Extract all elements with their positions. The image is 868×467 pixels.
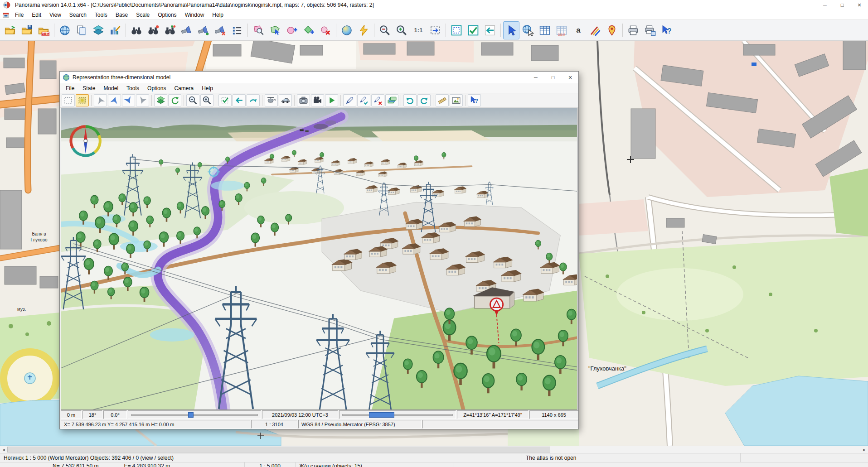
- confirm-route-icon[interactable]: [357, 94, 370, 106]
- flight-free-icon[interactable]: [94, 94, 107, 106]
- highlight-object-icon[interactable]: [179, 21, 195, 39]
- clear-selection-icon[interactable]: [317, 21, 334, 39]
- placemark-icon[interactable]: [604, 21, 620, 39]
- flight-landing-icon[interactable]: [136, 94, 149, 106]
- model-layers-icon[interactable]: [154, 94, 167, 106]
- delete-route-icon[interactable]: [371, 94, 384, 106]
- menu-view[interactable]: View: [45, 10, 65, 19]
- object-list-icon[interactable]: [229, 21, 245, 39]
- redo-icon[interactable]: [417, 94, 431, 106]
- print-icon[interactable]: [625, 21, 641, 39]
- sun-position: Z=41°13'16" A=171°17'49": [457, 410, 529, 419]
- texture-cards-icon[interactable]: [385, 94, 398, 106]
- menu-help[interactable]: Help: [208, 10, 228, 19]
- highlight-clear-icon[interactable]: [212, 21, 228, 39]
- model-minimize-button[interactable]: ─: [529, 73, 543, 82]
- map-hscrollbar[interactable]: ◄ ►: [0, 446, 868, 453]
- menu-base[interactable]: Base: [112, 10, 132, 19]
- speed-slider-thumb[interactable]: [369, 412, 394, 418]
- helicopter-view-icon[interactable]: [265, 94, 278, 106]
- dbm-folder-icon[interactable]: DBM: [35, 21, 52, 39]
- surface-area-icon[interactable]: [76, 94, 89, 106]
- object-table-icon[interactable]: [537, 21, 553, 39]
- model-close-button[interactable]: ✕: [563, 73, 577, 82]
- time-slider-thumb[interactable]: [188, 412, 194, 418]
- select-objects-icon[interactable]: [218, 94, 232, 106]
- mdi-child-icon[interactable]: [3, 12, 9, 18]
- scroll-right-icon[interactable]: ►: [861, 446, 868, 453]
- copy-map-icon[interactable]: [73, 21, 90, 39]
- scroll-left-icon[interactable]: ◄: [0, 446, 7, 453]
- find-object-icon[interactable]: [128, 21, 145, 39]
- rotate-view-icon[interactable]: [247, 94, 260, 106]
- map-styles-icon[interactable]: [587, 21, 603, 39]
- undo-icon[interactable]: [403, 94, 417, 106]
- open-map-icon[interactable]: [2, 21, 18, 39]
- menu-edit[interactable]: Edit: [28, 10, 45, 19]
- menu-tools[interactable]: Tools: [91, 10, 112, 19]
- model-viewport[interactable]: [61, 108, 577, 410]
- model-menu-model[interactable]: Model: [99, 84, 122, 93]
- select-by-contour-icon[interactable]: [267, 21, 283, 39]
- play-flight-icon[interactable]: [325, 94, 338, 106]
- measurements-icon[interactable]: [436, 94, 449, 106]
- model-menu-state[interactable]: State: [78, 84, 99, 93]
- pan-frame-icon[interactable]: [448, 21, 465, 39]
- speed-slider[interactable]: [339, 410, 456, 419]
- model-menu-help[interactable]: Help: [198, 84, 217, 93]
- find-object-add-icon[interactable]: [145, 21, 161, 39]
- dbm-table-icon[interactable]: DBM: [553, 21, 570, 39]
- select-tool-icon[interactable]: [503, 21, 519, 39]
- find-marked-icon[interactable]: [162, 21, 178, 39]
- text-search-icon[interactable]: a: [570, 21, 587, 39]
- context-help-icon[interactable]: ?: [468, 94, 481, 106]
- model-menu-tools[interactable]: Tools: [122, 84, 143, 93]
- close-button[interactable]: ✕: [852, 0, 867, 10]
- menu-search[interactable]: Search: [65, 10, 91, 19]
- create-selection-icon[interactable]: [301, 21, 317, 39]
- map-editor-icon[interactable]: [107, 21, 123, 39]
- select-rect-icon[interactable]: [62, 94, 75, 106]
- scale-1-1-icon[interactable]: 1:1: [410, 21, 427, 39]
- zoom-out-icon[interactable]: [377, 21, 393, 39]
- flight-descend-icon[interactable]: [122, 94, 135, 106]
- model-menu-file[interactable]: File: [62, 84, 78, 93]
- zoom-in-icon[interactable]: [393, 21, 410, 39]
- view-3d-model-icon[interactable]: [339, 21, 355, 39]
- zoom-out-icon[interactable]: [186, 94, 199, 106]
- save-map-icon[interactable]: [19, 21, 35, 39]
- time-slider[interactable]: [128, 410, 261, 419]
- snapshot-icon[interactable]: [297, 94, 310, 106]
- model-maximize-button[interactable]: □: [546, 73, 560, 82]
- scene-compass[interactable]: [71, 126, 100, 155]
- model-menu-options[interactable]: Options: [143, 84, 170, 93]
- globe-select-icon[interactable]: [520, 21, 536, 39]
- flight-route-icon[interactable]: [108, 94, 121, 106]
- step-back-icon[interactable]: [233, 94, 246, 106]
- fast-drawing-icon[interactable]: [355, 21, 372, 39]
- menu-options[interactable]: Options: [154, 10, 180, 19]
- menu-window[interactable]: Window: [181, 10, 209, 19]
- frame-select-icon[interactable]: [427, 21, 443, 39]
- step-back-icon[interactable]: [482, 21, 498, 39]
- minimize-button[interactable]: ─: [818, 0, 832, 10]
- draw-route-icon[interactable]: [343, 94, 356, 106]
- search-by-area-icon[interactable]: [250, 21, 267, 39]
- menu-scale[interactable]: Scale: [132, 10, 154, 19]
- highlight-add-icon[interactable]: [195, 21, 212, 39]
- refresh-model-icon[interactable]: [168, 94, 181, 106]
- layer-list-icon[interactable]: [90, 21, 107, 39]
- model-menu-camera[interactable]: Camera: [170, 84, 198, 93]
- append-selection-icon[interactable]: [284, 21, 300, 39]
- background-image-icon[interactable]: [450, 94, 463, 106]
- print-report-icon[interactable]: [642, 21, 658, 39]
- context-help-icon[interactable]: ?: [659, 21, 675, 39]
- hscroll-thumb[interactable]: [7, 447, 550, 453]
- car-view-icon[interactable]: [279, 94, 292, 106]
- menu-file[interactable]: File: [11, 10, 28, 19]
- maximize-button[interactable]: □: [835, 0, 849, 10]
- zoom-in-icon[interactable]: [200, 94, 213, 106]
- apply-changes-icon[interactable]: [465, 21, 481, 39]
- video-record-icon[interactable]: [311, 94, 324, 106]
- internet-map-icon[interactable]: [57, 21, 73, 39]
